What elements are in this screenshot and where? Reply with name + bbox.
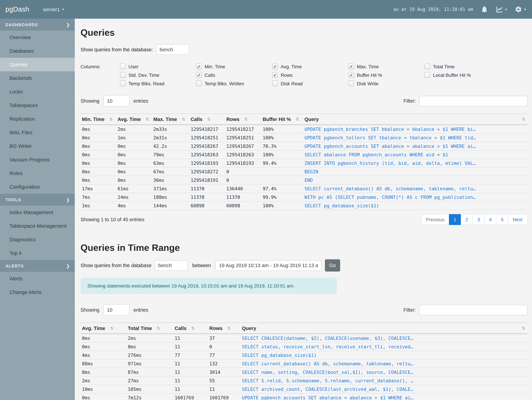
filter-input[interactable]: [419, 96, 527, 106]
settings-menu-button[interactable]: ▾: [515, 6, 526, 13]
server-selector[interactable]: server1 ▾: [43, 6, 64, 12]
page-previous[interactable]: Previous: [421, 214, 449, 225]
filter-label: Filter:: [404, 98, 416, 104]
chevron-right-icon: ❯: [66, 197, 70, 202]
entries-count-input-2[interactable]: [103, 304, 130, 316]
column-checkbox-buffer-hit[interactable]: Buffer Hit %: [348, 72, 424, 78]
cell: 10ms: [81, 385, 127, 393]
query-link[interactable]: SELECT status, receive_start_lsn, receiv…: [242, 344, 413, 349]
column-header-max-time[interactable]: Max. Time⇅: [152, 114, 189, 125]
sidebar-item-index-management[interactable]: Index Management: [0, 206, 75, 219]
query-link[interactable]: SELECT pg_database_size($1): [242, 352, 317, 358]
column-header-rows[interactable]: Rows⇅: [225, 114, 261, 125]
query-link[interactable]: UPDATE pgbench_tellers SET tbalance = tb…: [304, 135, 476, 140]
column-checkbox-disk-read[interactable]: Disk Read: [272, 81, 348, 86]
query-link[interactable]: SELECT current_database() AS db, scheman…: [304, 186, 476, 191]
column-header-query[interactable]: Query⇅: [303, 114, 527, 125]
sidebar-section-dashboards[interactable]: DASHBOARDS❯: [0, 19, 75, 31]
column-checkbox-calls[interactable]: Calls: [196, 72, 272, 78]
column-checkbox-std-dev-time[interactable]: Std. Dev. Time: [120, 72, 196, 78]
sidebar-item-tablespaces[interactable]: Tablespaces: [0, 99, 75, 112]
sort-icon: ⇅: [182, 117, 185, 122]
query-link[interactable]: SELECT S.relid, S.schemaname, S.relname,…: [242, 378, 413, 383]
query-link[interactable]: SELECT COALESCE(datname, $2), COALESCE(u…: [242, 336, 413, 341]
notifications-button[interactable]: [481, 6, 488, 13]
column-checkbox-avg-time[interactable]: Avg. Time: [272, 63, 348, 69]
query-link[interactable]: SELECT pg_database_size($1): [304, 203, 379, 208]
page-4[interactable]: 4: [484, 214, 496, 225]
query-link[interactable]: END: [304, 178, 313, 183]
column-checkbox-disk-write[interactable]: Disk Write: [348, 81, 424, 86]
sidebar-item-locks[interactable]: Locks: [0, 85, 75, 99]
query-link[interactable]: SELECT abalance FROM pgbench_accounts WH…: [304, 152, 448, 157]
sidebar-item-top-k[interactable]: Top k: [0, 246, 75, 260]
sidebar-item-configuration[interactable]: Configuration: [0, 180, 75, 194]
query-link[interactable]: UPDATE pgbench_accounts SET abalance = a…: [242, 395, 413, 400]
sidebar-item-tablespace-management[interactable]: Tablespace Management: [0, 219, 75, 233]
checkbox-unchecked-icon: [348, 81, 354, 86]
sidebar-item-roles[interactable]: Roles: [0, 166, 75, 180]
column-checkbox-user[interactable]: User: [120, 63, 196, 69]
cell: 105ms: [127, 385, 173, 393]
sidebar-item-bg-writer[interactable]: BG Writer: [0, 139, 75, 153]
column-header-min-time[interactable]: Min. Time⇅: [81, 114, 116, 125]
column-checkbox-temp-blks-written[interactable]: Temp Blks. Written: [196, 81, 272, 86]
column-header-total-time[interactable]: Total Time⇅: [127, 323, 173, 334]
table-row: 0ms0ms110SELECT status, receive_start_ls…: [81, 343, 527, 351]
sidebar-item-databases[interactable]: Databases: [0, 44, 75, 58]
query-cell: SELECT status, receive_start_lsn, receiv…: [241, 343, 527, 351]
sidebar-item-wal-files[interactable]: WAL Files: [0, 126, 75, 139]
column-checkbox-local-buffer-hit[interactable]: Local Buffer Hit %: [424, 72, 500, 78]
sidebar-item-alerts[interactable]: Alerts: [0, 272, 75, 286]
brand-logo[interactable]: pgDash: [6, 6, 29, 13]
sidebar-section-alerts[interactable]: ALERTS❯: [0, 260, 75, 272]
column-header-avg-time[interactable]: Avg. Time⇅: [81, 323, 127, 334]
database-input[interactable]: [156, 44, 189, 55]
page-3[interactable]: 3: [473, 214, 485, 225]
filter-input-2[interactable]: [419, 305, 527, 315]
column-header-calls[interactable]: Calls⇅: [173, 323, 208, 334]
query-link[interactable]: SELECT name, setting, COALESCE(boot_val,…: [242, 369, 413, 375]
checkbox-unchecked-icon: [196, 81, 202, 86]
sort-icon: ⇅: [244, 117, 247, 122]
query-link[interactable]: WITH pc AS (SELECT pubname, COUNT(*) AS …: [304, 194, 476, 200]
query-link[interactable]: INSERT INTO pgbench_history (tid, bid, a…: [304, 160, 476, 166]
column-checkbox-min-time[interactable]: Min. Time: [196, 63, 272, 69]
date-range-input[interactable]: [215, 260, 321, 271]
sidebar-item-replication[interactable]: Replication: [0, 112, 75, 126]
entries-count-input[interactable]: [103, 95, 130, 107]
sidebar-item-queries[interactable]: Queries: [0, 58, 75, 71]
page-5[interactable]: 5: [496, 214, 508, 225]
page-2[interactable]: 2: [461, 214, 473, 225]
database-input-time-range[interactable]: [155, 260, 188, 271]
query-link[interactable]: SELECT current_database() AS db, scheman…: [242, 361, 413, 366]
page-1[interactable]: 1: [449, 214, 461, 225]
column-checkbox-temp-blks-read[interactable]: Temp Blks. Read: [120, 81, 196, 86]
column-checkbox-rows[interactable]: Rows: [272, 72, 348, 78]
sidebar-item-vacuum-progress[interactable]: Vacuum Progress: [0, 153, 75, 166]
column-header-rows[interactable]: Rows⇅: [208, 323, 241, 334]
sidebar-item-backends[interactable]: Backends: [0, 71, 75, 85]
column-checkbox-total-time[interactable]: Total Time: [424, 63, 500, 69]
sidebar-item-change-alerts[interactable]: Change Alerts: [0, 286, 75, 299]
cell: 70.3%: [261, 142, 303, 150]
column-header-query[interactable]: Query⇅: [241, 323, 527, 334]
page-next[interactable]: Next: [508, 214, 527, 225]
table-row: 0ms1ms2m31s12954182511295418251100%UPDAT…: [81, 133, 527, 142]
sidebar-item-overview[interactable]: Overview: [0, 31, 75, 44]
column-checkbox-max-time[interactable]: Max. Time: [348, 63, 424, 69]
cell: 1601769: [173, 393, 208, 400]
go-button[interactable]: Go: [325, 259, 340, 272]
query-link[interactable]: SELECT archived_count, COALESCE(last_arc…: [242, 386, 413, 392]
charts-menu-button[interactable]: ▾: [496, 6, 507, 13]
column-header-avg-time[interactable]: Avg. Time⇅: [116, 114, 152, 125]
query-link[interactable]: UPDATE pgbench_accounts SET abalance = a…: [304, 143, 476, 149]
query-link[interactable]: BEGIN: [304, 169, 318, 174]
column-header-calls[interactable]: Calls⇅: [189, 114, 225, 125]
cell: 36ms: [152, 176, 189, 184]
table-row: 10ms105ms1111SELECT archived_count, COAL…: [81, 385, 527, 393]
sidebar-section-tools[interactable]: TOOLS❯: [0, 194, 75, 206]
sidebar-item-diagnostics[interactable]: Diagnostics: [0, 233, 75, 246]
query-link[interactable]: UPDATE pgbench_branches SET bbalance = b…: [304, 127, 476, 132]
column-header-buffer-hit[interactable]: Buffer Hit %⇅: [261, 114, 303, 125]
